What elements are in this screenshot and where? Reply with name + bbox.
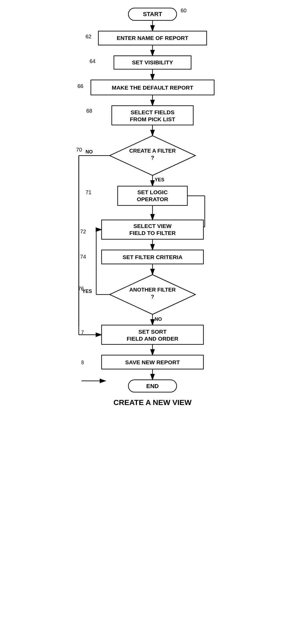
default-report-text: MAKE THE DEFAULT REPORT bbox=[112, 84, 193, 91]
num66: 66 bbox=[77, 83, 83, 89]
set-sort-text2: FIELD AND ORDER bbox=[127, 336, 178, 342]
start-text: START bbox=[143, 11, 162, 17]
create-filter-text1: CREATE A FILTER bbox=[129, 148, 176, 154]
set-filter-criteria-text: SET FILTER CRITERIA bbox=[122, 254, 183, 260]
num74: 74 bbox=[80, 254, 86, 260]
save-new-report-text: SAVE NEW REPORT bbox=[125, 359, 180, 365]
set-sort-text1: SET SORT bbox=[138, 329, 166, 335]
no-text-1: NO bbox=[85, 149, 93, 154]
set-logic-text2: OPERATOR bbox=[137, 196, 168, 202]
yes-text-2: YES bbox=[82, 289, 92, 294]
main-flowchart: START 60 62 ENTER NAME OF REPORT 64 SET … bbox=[59, 0, 246, 628]
set-visibility-text: SET VISIBILITY bbox=[132, 59, 173, 65]
num72: 72 bbox=[80, 229, 86, 234]
select-view-text1: SELECT VIEW bbox=[133, 223, 172, 229]
num71: 71 bbox=[85, 189, 91, 195]
num68: 68 bbox=[86, 108, 92, 114]
another-filter-text1: ANOTHER FILTER bbox=[129, 287, 176, 293]
select-fields-text1: SELECT FIELDS bbox=[131, 109, 174, 115]
end-text: END bbox=[146, 383, 159, 389]
enter-name-text: ENTER NAME OF REPORT bbox=[117, 35, 188, 41]
yes-text-1: YES bbox=[155, 177, 164, 182]
create-filter-text2: ? bbox=[151, 155, 154, 161]
another-filter-text2: ? bbox=[151, 294, 154, 300]
num64: 64 bbox=[90, 58, 95, 64]
num60: 60 bbox=[181, 8, 187, 13]
num70: 70 bbox=[76, 147, 82, 153]
caption-text: CREATE A NEW VIEW bbox=[113, 398, 192, 407]
select-view-text2: FIELD TO FILTER bbox=[129, 230, 176, 236]
no-text-2: NO bbox=[155, 317, 162, 322]
set-logic-text1: SET LOGIC bbox=[137, 189, 168, 195]
num62: 62 bbox=[85, 34, 91, 39]
select-fields-text2: FROM PICK LIST bbox=[130, 116, 175, 122]
